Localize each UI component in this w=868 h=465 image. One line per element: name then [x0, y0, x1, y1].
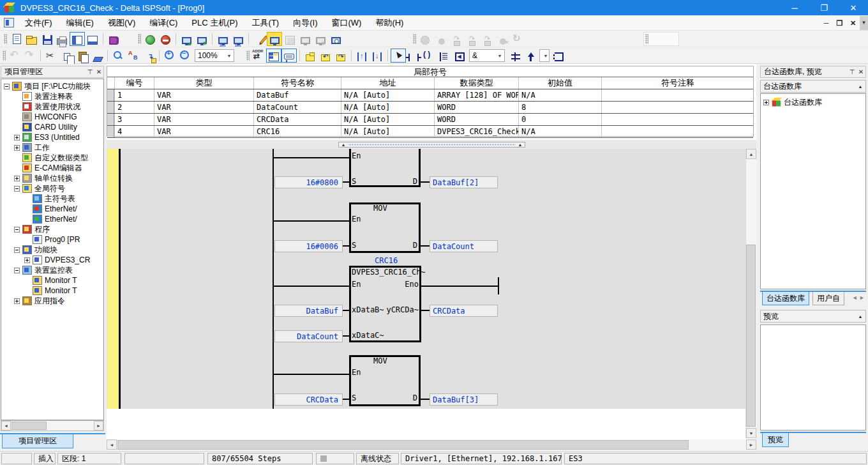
device-monitor-button[interactable] — [215, 32, 230, 46]
preview-tab[interactable]: 预览 — [762, 433, 789, 447]
symbol-cell[interactable] — [601, 114, 754, 125]
tree-item[interactable]: 项目 [F:\PLC功能块 — [4, 81, 91, 91]
step-button[interactable] — [479, 32, 494, 46]
minimize-button[interactable]: ─ — [780, 0, 809, 15]
operand-box[interactable]: DataCount — [274, 330, 343, 342]
symbol-cell[interactable]: N/A — [518, 126, 601, 137]
symbol-cell[interactable]: WORD — [434, 102, 518, 113]
symbol-cell[interactable]: N/A [Auto] — [341, 89, 434, 101]
tree-item[interactable]: 轴单位转换 — [14, 173, 73, 183]
instruction-button[interactable] — [437, 49, 452, 63]
operand-box[interactable]: DataBuf — [274, 305, 343, 317]
symbol-cell[interactable] — [601, 89, 754, 101]
tree-item[interactable]: EtherNet/ — [24, 214, 77, 224]
address-mode-button[interactable] — [251, 49, 266, 63]
compare-button[interactable] — [507, 49, 522, 63]
symbol-cell[interactable]: VAR — [154, 89, 253, 101]
library-section-header[interactable]: 台达函数库▲ — [760, 80, 866, 93]
tree-item[interactable]: 全局符号 — [14, 183, 65, 194]
breakpoint-clear-button[interactable] — [494, 32, 509, 46]
collapse-icon[interactable] — [4, 84, 10, 89]
replace-button[interactable] — [126, 49, 141, 63]
symbol-cell[interactable]: WORD — [434, 114, 518, 125]
grid-view-button[interactable] — [282, 32, 297, 46]
tree-item[interactable]: 工作 — [14, 142, 50, 153]
operand-box[interactable]: CRCData — [274, 393, 343, 406]
online-monitor-button[interactable] — [267, 32, 282, 46]
search-button[interactable] — [110, 49, 126, 63]
symbol-cell[interactable]: N/A — [518, 89, 601, 101]
pin-icon[interactable]: ⊤ — [848, 68, 857, 75]
operand-box[interactable]: DataBuf[3] — [430, 393, 498, 406]
redo-button[interactable] — [22, 49, 38, 63]
monitor-eye-button[interactable] — [328, 32, 343, 46]
network-insert-below-button[interactable] — [333, 49, 348, 63]
reset-button[interactable] — [509, 32, 525, 46]
device-monitor-button[interactable] — [230, 32, 246, 46]
tree-item[interactable]: CARD Utility — [14, 122, 77, 132]
print-button[interactable] — [54, 32, 70, 46]
menu-item[interactable]: 文件(F) — [18, 16, 59, 30]
symbol-cell[interactable]: 3 — [114, 114, 154, 125]
symbol-cell[interactable]: 4 — [114, 126, 154, 137]
border-up-button[interactable] — [354, 49, 370, 63]
collapse-icon[interactable] — [14, 227, 20, 232]
zoom-level-combo[interactable]: 100%▼ — [195, 49, 234, 62]
menu-item[interactable]: 工具(T) — [245, 16, 287, 30]
operand-box[interactable]: 16#0800 — [274, 176, 343, 188]
goto-button[interactable] — [141, 49, 156, 63]
tree-item[interactable]: 主符号表 — [24, 194, 75, 204]
row-header[interactable] — [107, 89, 114, 101]
up-branch-button[interactable] — [522, 49, 537, 63]
symbol-cell[interactable]: 0 — [518, 114, 601, 125]
project-panel-tab[interactable]: 项目管理区 — [2, 434, 73, 448]
record-button[interactable] — [433, 32, 448, 46]
expand-icon[interactable] — [14, 145, 20, 151]
library-tab-delta[interactable]: 台达函数库 — [762, 292, 809, 305]
toolbar-overflow-button[interactable]: ▼ — [860, 16, 868, 30]
tree-item[interactable]: 应用指令 — [14, 296, 65, 306]
operand-box[interactable]: CRCData — [430, 305, 498, 317]
symbol-cell[interactable]: VAR — [154, 102, 253, 113]
library-tree-item[interactable]: 台达函数库 — [784, 97, 822, 108]
tree-item[interactable]: Monitor T — [24, 275, 77, 286]
coil-button[interactable] — [421, 49, 437, 63]
close-button[interactable]: ✕ — [839, 0, 868, 15]
menu-item[interactable]: PLC 主机(P) — [184, 16, 244, 30]
symbol-cell[interactable]: DVPES3_CRC16_Check — [434, 126, 518, 137]
ladder-hscrollbar[interactable]: ◄ ► — [107, 439, 756, 451]
step-button[interactable] — [463, 32, 479, 46]
panel-close-icon[interactable]: ✕ — [857, 68, 865, 75]
network-insert-above-button[interactable] — [318, 49, 333, 63]
symbol-cell[interactable]: CRCData — [253, 114, 341, 125]
expand-icon[interactable] — [24, 257, 30, 263]
tree-item[interactable]: 装置使用状况 — [14, 102, 80, 112]
select-cursor-button[interactable] — [391, 49, 406, 63]
edit-pen-button[interactable] — [251, 32, 267, 46]
logic-combo[interactable]: &▼ — [469, 49, 505, 62]
online-monitor-button[interactable] — [297, 32, 313, 46]
toolbar-grip[interactable] — [246, 50, 250, 61]
tree-item[interactable]: HWCONFIG — [14, 112, 77, 122]
copy-button[interactable] — [59, 49, 74, 63]
eraser-button[interactable] — [89, 49, 105, 63]
restore-button[interactable]: ❐ — [809, 0, 839, 15]
expand-icon[interactable] — [14, 135, 20, 141]
expand-icon[interactable] — [14, 298, 20, 304]
symbol-cell[interactable]: N/A [Auto] — [341, 114, 434, 125]
layout-bottom-button[interactable] — [85, 32, 100, 46]
row-header[interactable] — [107, 102, 114, 113]
symbol-cell[interactable]: DataCount — [253, 102, 341, 113]
menu-item[interactable]: 编译(C) — [142, 16, 184, 30]
mdi-minimize-button[interactable]: ─ — [819, 17, 833, 29]
operand-box[interactable]: DataBuf[2] — [430, 176, 498, 188]
tree-item[interactable]: EtherNet/ — [24, 204, 77, 214]
symbol-cell[interactable]: VAR — [154, 114, 253, 125]
tree-item[interactable]: 自定义数据类型 — [14, 153, 88, 163]
cut-button[interactable] — [43, 49, 59, 63]
preview-section-header[interactable]: 预览▲ — [760, 310, 866, 323]
toolbar-grip[interactable] — [138, 34, 141, 44]
paste-button[interactable] — [74, 49, 89, 63]
function-block-button[interactable] — [452, 49, 467, 63]
symbol-cell[interactable] — [601, 102, 754, 113]
